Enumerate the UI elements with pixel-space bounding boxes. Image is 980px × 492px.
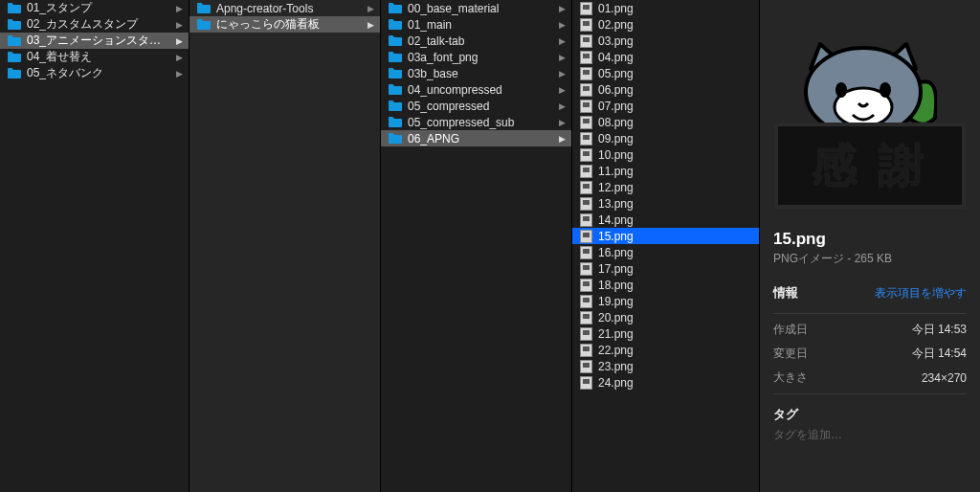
chevron-right-icon: ▶ bbox=[176, 36, 183, 46]
folder-item[interactable]: にゃっこらの猫看板▶ bbox=[189, 16, 380, 33]
file-item[interactable]: 15.png bbox=[572, 228, 759, 244]
file-item[interactable]: 03.png bbox=[572, 33, 759, 49]
folder-item[interactable]: 05_compressed▶ bbox=[381, 98, 571, 114]
file-label: 21.png bbox=[598, 327, 753, 341]
folder-label: 01_main bbox=[408, 18, 555, 32]
folder-label: 01_スタンプ bbox=[27, 0, 172, 16]
file-item[interactable]: 12.png bbox=[572, 179, 759, 195]
file-item[interactable]: 08.png bbox=[572, 114, 759, 130]
image-file-icon bbox=[580, 181, 592, 194]
folder-label: 04_着せ替え bbox=[27, 49, 172, 65]
sign-char-2: 謝 bbox=[879, 135, 928, 196]
info-row: 作成日今日 14:53 bbox=[773, 318, 967, 342]
info-row: 大きさ234×270 bbox=[773, 366, 967, 390]
file-label: 07.png bbox=[598, 100, 753, 113]
folder-item[interactable]: 02_talk-tab▶ bbox=[381, 33, 571, 49]
file-item[interactable]: 18.png bbox=[572, 277, 759, 293]
column-3: 00_base_material▶01_main▶02_talk-tab▶03a… bbox=[381, 0, 572, 492]
folder-label: 04_uncompressed bbox=[408, 83, 555, 97]
folder-icon bbox=[389, 35, 402, 46]
file-item[interactable]: 09.png bbox=[572, 130, 759, 146]
file-label: 19.png bbox=[598, 295, 753, 308]
image-file-icon bbox=[580, 67, 592, 80]
file-item[interactable]: 24.png bbox=[572, 374, 759, 391]
folder-item[interactable]: 04_着せ替え▶ bbox=[0, 49, 189, 65]
preview-pane: 感 謝 15.png PNGイメージ - 265 KB 情報 表示項目を増やす … bbox=[760, 0, 980, 492]
file-item[interactable]: 13.png bbox=[572, 195, 759, 212]
file-label: 17.png bbox=[598, 262, 753, 276]
info-key: 変更日 bbox=[773, 346, 808, 362]
file-label: 24.png bbox=[598, 376, 753, 390]
tags-add[interactable]: タグを追加… bbox=[773, 427, 967, 443]
file-item[interactable]: 06.png bbox=[572, 81, 759, 98]
folder-item[interactable]: 06_APNG▶ bbox=[381, 130, 571, 146]
folder-label: 03_アニメーションスタンプ bbox=[27, 33, 172, 49]
column-4: 01.png02.png03.png04.png05.png06.png07.p… bbox=[572, 0, 760, 492]
chevron-right-icon: ▶ bbox=[559, 4, 566, 13]
folder-item[interactable]: 03b_base▶ bbox=[381, 65, 571, 81]
folder-icon bbox=[8, 52, 21, 62]
file-item[interactable]: 14.png bbox=[572, 212, 759, 228]
chevron-right-icon: ▶ bbox=[176, 20, 183, 30]
folder-icon bbox=[389, 3, 402, 13]
info-more-link[interactable]: 表示項目を増やす bbox=[875, 285, 967, 302]
folder-item[interactable]: 02_カスタムスタンプ▶ bbox=[0, 16, 189, 33]
file-item[interactable]: 21.png bbox=[572, 325, 759, 342]
info-value: 今日 14:53 bbox=[912, 322, 967, 338]
file-item[interactable]: 19.png bbox=[572, 293, 759, 309]
preview-subtitle: PNGイメージ - 265 KB bbox=[773, 251, 967, 267]
file-label: 16.png bbox=[598, 246, 753, 259]
info-header-label: 情報 bbox=[773, 284, 798, 302]
file-item[interactable]: 11.png bbox=[572, 163, 759, 179]
sign-board: 感 謝 bbox=[774, 123, 966, 209]
file-item[interactable]: 23.png bbox=[572, 358, 759, 374]
folder-label: 03a_font_png bbox=[408, 51, 555, 64]
chevron-right-icon: ▶ bbox=[368, 4, 374, 13]
image-file-icon bbox=[580, 279, 592, 292]
folder-item[interactable]: 04_uncompressed▶ bbox=[381, 81, 571, 98]
file-item[interactable]: 16.png bbox=[572, 244, 759, 260]
file-item[interactable]: 05.png bbox=[572, 65, 759, 81]
folder-item[interactable]: 05_compressed_sub▶ bbox=[381, 114, 571, 130]
image-file-icon bbox=[580, 295, 592, 308]
folder-item[interactable]: 03a_font_png▶ bbox=[381, 49, 571, 65]
folder-icon bbox=[197, 19, 211, 30]
file-item[interactable]: 01.png bbox=[572, 0, 759, 16]
file-label: 15.png bbox=[598, 230, 753, 243]
folder-icon bbox=[8, 35, 21, 46]
image-file-icon bbox=[580, 197, 592, 211]
file-item[interactable]: 07.png bbox=[572, 98, 759, 114]
svg-point-3 bbox=[880, 82, 891, 98]
folder-item[interactable]: Apng-creator-Tools▶ bbox=[189, 0, 380, 16]
folder-item[interactable]: 00_base_material▶ bbox=[381, 0, 571, 16]
folder-icon bbox=[389, 52, 402, 62]
chevron-right-icon: ▶ bbox=[176, 4, 183, 13]
folder-item[interactable]: 01_スタンプ▶ bbox=[0, 0, 189, 16]
folder-icon bbox=[8, 68, 21, 78]
file-label: 02.png bbox=[598, 18, 753, 32]
file-item[interactable]: 04.png bbox=[572, 49, 759, 65]
folder-icon bbox=[389, 19, 402, 30]
folder-item[interactable]: 01_main▶ bbox=[381, 16, 571, 33]
file-item[interactable]: 02.png bbox=[572, 16, 759, 33]
file-item[interactable]: 20.png bbox=[572, 309, 759, 325]
folder-icon bbox=[389, 117, 402, 127]
preview-image: 感 謝 bbox=[774, 36, 966, 209]
divider bbox=[773, 393, 967, 394]
folder-item[interactable]: 03_アニメーションスタンプ▶ bbox=[0, 33, 189, 49]
image-file-icon bbox=[580, 230, 592, 243]
folder-label: 02_カスタムスタンプ bbox=[27, 16, 172, 33]
folder-icon bbox=[389, 133, 402, 144]
folder-item[interactable]: 05_ネタバンク▶ bbox=[0, 65, 189, 81]
image-file-icon bbox=[580, 344, 592, 357]
file-item[interactable]: 22.png bbox=[572, 342, 759, 358]
file-label: 18.png bbox=[598, 279, 753, 292]
divider bbox=[773, 313, 967, 314]
folder-icon bbox=[8, 3, 21, 13]
file-item[interactable]: 10.png bbox=[572, 146, 759, 163]
folder-label: 00_base_material bbox=[408, 2, 555, 15]
folder-icon bbox=[389, 84, 402, 95]
file-label: 12.png bbox=[598, 181, 753, 194]
file-item[interactable]: 17.png bbox=[572, 260, 759, 277]
chevron-right-icon: ▶ bbox=[559, 101, 566, 111]
